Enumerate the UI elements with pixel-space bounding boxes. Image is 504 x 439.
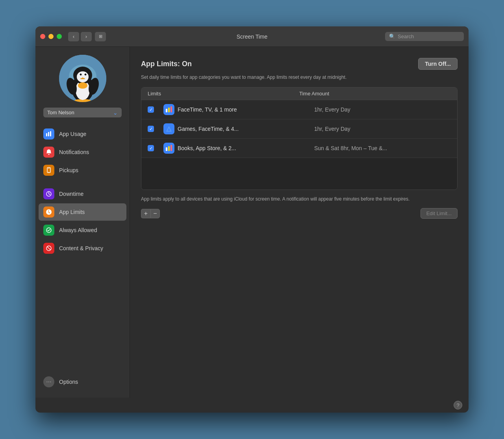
options-icon: ··· <box>43 376 54 387</box>
row-checkbox[interactable]: ✓ <box>148 145 154 151</box>
grid-button[interactable]: ⊞ <box>95 32 106 41</box>
bottom-bar: ? <box>35 398 469 413</box>
table-row[interactable]: ✓ Books, App Store, & 2... Sun & Sat 8hr… <box>141 139 457 158</box>
sidebar-nav-group1: App Usage Notifications Pickups <box>35 125 130 179</box>
table-row[interactable]: ✓ FaceTime, TV, & 1 more 1hr, Every Day <box>141 100 457 119</box>
sidebar-item-app-usage[interactable]: App Usage <box>39 125 126 143</box>
svg-rect-29 <box>170 106 172 112</box>
sidebar-spacer <box>35 179 130 185</box>
minimize-button[interactable] <box>48 34 54 39</box>
app-limits-icon <box>43 206 54 218</box>
turn-off-button[interactable]: Turn Off... <box>418 58 458 70</box>
nav-buttons: ‹ › ⊞ <box>68 32 106 41</box>
sidebar-item-content-privacy[interactable]: Content & Privacy <box>39 240 126 257</box>
row-name: Books, App Store, & 2... <box>178 145 314 151</box>
row-icon <box>163 123 174 134</box>
row-time: Sun & Sat 8hr, Mon – Tue &... <box>314 145 451 151</box>
close-button[interactable] <box>40 34 45 39</box>
traffic-lights <box>40 34 62 39</box>
header-row: App Limits: On Turn Off... <box>141 58 458 70</box>
sidebar-item-label: App Usage <box>59 131 86 137</box>
content: Tom Nelson App Usage Notifications <box>35 47 469 398</box>
svg-rect-27 <box>166 109 167 112</box>
limits-table: Limits Time Amount ✓ FaceTime, TV, & 1 m… <box>141 87 458 190</box>
pickups-icon <box>43 165 54 176</box>
svg-rect-32 <box>170 145 172 151</box>
empty-table-area <box>141 158 457 190</box>
avatar-section: Tom Nelson <box>35 55 130 125</box>
notifications-icon <box>43 147 54 158</box>
search-box[interactable]: 🔍 <box>385 32 464 41</box>
user-dropdown[interactable]: Tom Nelson <box>43 108 122 117</box>
row-icon <box>163 104 174 115</box>
avatar <box>59 55 106 102</box>
table-header: Limits Time Amount <box>141 87 457 100</box>
description-text: Set daily time limits for app categories… <box>141 74 458 81</box>
help-button[interactable]: ? <box>454 401 462 409</box>
row-name: FaceTime, TV, & 1 more <box>178 106 314 113</box>
chevron-left-icon: ‹ <box>73 33 74 39</box>
svg-point-9 <box>84 74 86 76</box>
downtime-icon <box>43 188 54 199</box>
svg-point-8 <box>80 74 82 76</box>
row-icon <box>163 143 174 154</box>
grid-icon: ⊞ <box>99 34 102 39</box>
window-title: Screen Time <box>237 33 268 40</box>
row-time: 1hr, Every Day <box>314 106 451 113</box>
svg-point-12 <box>78 82 87 89</box>
svg-rect-31 <box>168 146 170 151</box>
svg-rect-17 <box>46 133 47 136</box>
svg-rect-18 <box>48 132 49 136</box>
user-selector[interactable]: Tom Nelson <box>43 108 122 117</box>
sidebar-item-label: Always Allowed <box>59 227 97 233</box>
search-input[interactable] <box>398 33 460 39</box>
remove-limit-button[interactable]: − <box>150 209 160 218</box>
sidebar-item-always-allowed[interactable]: Always Allowed <box>39 221 126 239</box>
main-window: ‹ › ⊞ Screen Time 🔍 <box>35 26 469 413</box>
app-usage-icon <box>43 128 54 140</box>
sidebar-item-label: Downtime <box>59 191 83 197</box>
col-time-header: Time Amount <box>299 91 451 97</box>
svg-line-26 <box>47 247 50 250</box>
add-limit-button[interactable]: + <box>141 209 150 218</box>
row-name: Games, FaceTime, & 4... <box>178 126 314 132</box>
search-icon: 🔍 <box>389 33 395 39</box>
chevron-right-icon: › <box>85 33 87 39</box>
sidebar-item-label: Notifications <box>59 149 89 155</box>
sidebar-item-notifications[interactable]: Notifications <box>39 143 126 161</box>
sidebar-item-app-limits[interactable]: App Limits <box>39 203 126 221</box>
edit-limit-button[interactable]: Edit Limit... <box>421 208 458 219</box>
col-limits-header: Limits <box>148 91 299 97</box>
sidebar-nav-group2: Downtime App Limits Always Allowed <box>35 185 130 257</box>
svg-point-5 <box>77 71 89 82</box>
forward-button[interactable]: › <box>81 32 92 41</box>
sidebar-footer: ··· Options <box>35 370 130 394</box>
sidebar-item-downtime[interactable]: Downtime <box>39 185 126 203</box>
page-title: App Limits: On <box>141 60 192 68</box>
add-remove-buttons: + − <box>141 209 160 218</box>
sidebar-item-label: Content & Privacy <box>59 245 103 251</box>
options-item[interactable]: ··· Options <box>39 373 126 391</box>
sidebar: Tom Nelson App Usage Notifications <box>35 47 130 398</box>
svg-rect-21 <box>48 168 50 169</box>
row-checkbox[interactable]: ✓ <box>148 126 154 132</box>
titlebar: ‹ › ⊞ Screen Time 🔍 <box>35 26 469 47</box>
svg-rect-30 <box>166 147 167 151</box>
table-row[interactable]: ✓ Games, FaceTime, & 4... 1hr, Every Day <box>141 119 457 139</box>
options-label: Options <box>59 379 78 385</box>
fullscreen-button[interactable] <box>57 34 62 39</box>
back-button[interactable]: ‹ <box>68 32 79 41</box>
bottom-buttons: + − Edit Limit... <box>141 208 458 219</box>
sidebar-item-label: Pickups <box>59 167 78 173</box>
row-time: 1hr, Every Day <box>314 126 451 132</box>
sidebar-item-pickups[interactable]: Pickups <box>39 162 126 179</box>
sidebar-item-label: App Limits <box>59 209 85 215</box>
svg-rect-22 <box>48 172 49 172</box>
main-panel: App Limits: On Turn Off... Set daily tim… <box>130 47 469 398</box>
row-checkbox[interactable]: ✓ <box>148 106 154 113</box>
svg-rect-28 <box>168 108 170 112</box>
always-allowed-icon <box>43 225 54 236</box>
svg-rect-19 <box>50 131 51 136</box>
content-privacy-icon <box>43 243 54 254</box>
footer-note: App limits apply to all devices that are… <box>141 195 458 203</box>
